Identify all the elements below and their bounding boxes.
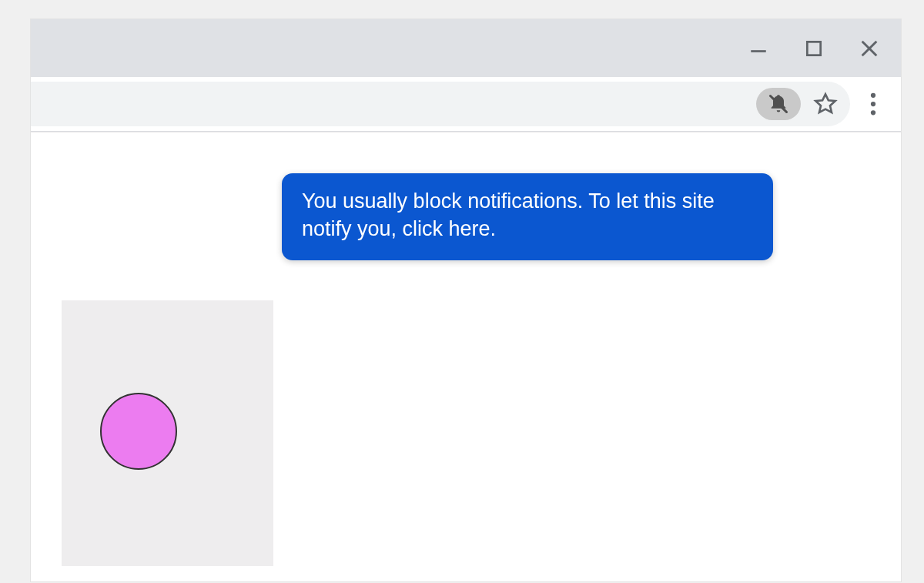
overflow-menu-button[interactable] — [859, 90, 887, 118]
address-bar[interactable] — [31, 82, 850, 126]
notifications-blocked-button[interactable] — [756, 88, 801, 120]
svg-point-5 — [871, 93, 875, 98]
address-row — [31, 77, 901, 131]
bell-blocked-icon — [768, 93, 789, 115]
toolbar — [31, 77, 901, 132]
close-button[interactable] — [853, 32, 886, 65]
svg-point-6 — [871, 102, 875, 106]
tooltip-text: You usually block notifications. To let … — [302, 189, 715, 240]
svg-point-7 — [871, 110, 875, 115]
minimize-icon — [748, 39, 768, 59]
maximize-icon — [804, 39, 824, 59]
pink-circle-graphic — [100, 393, 177, 470]
svg-rect-1 — [807, 42, 820, 55]
title-bar — [31, 19, 901, 77]
close-icon — [859, 38, 880, 59]
svg-rect-0 — [751, 50, 766, 52]
overflow-menu-icon — [870, 92, 876, 116]
maximize-button[interactable] — [798, 32, 830, 65]
toolbar-divider — [31, 131, 901, 132]
star-icon — [813, 92, 838, 116]
notification-permission-tooltip[interactable]: You usually block notifications. To let … — [282, 173, 773, 260]
bookmark-button[interactable] — [812, 90, 839, 118]
browser-window: You usually block notifications. To let … — [31, 19, 901, 581]
minimize-button[interactable] — [742, 32, 775, 65]
